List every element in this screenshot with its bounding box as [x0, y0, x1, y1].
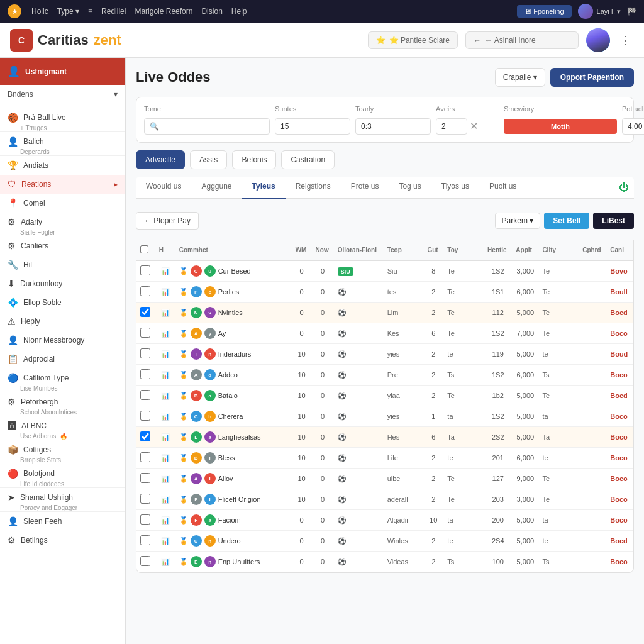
action-link[interactable]: Boco [610, 475, 628, 482]
tab-tiyos[interactable]: Tiyos us [431, 177, 479, 199]
set-bell-button[interactable]: Set Bell [544, 213, 589, 229]
funding-button[interactable]: 🖥 Fponeling [517, 5, 571, 18]
action-link[interactable]: Boco [610, 330, 628, 337]
opport-button[interactable]: Opport Papention [550, 68, 634, 87]
cell-hentle: 1S2 [484, 323, 512, 344]
cell-name: Cherera [218, 413, 281, 420]
header-search-button[interactable]: ⭐ ⭐ Pantiee Sciare [368, 31, 458, 49]
team-badge-2: v [204, 307, 216, 318]
tab-tog[interactable]: Tog us [389, 177, 431, 199]
filter-tome-input[interactable]: 🔍 [144, 118, 270, 135]
sidebar-item-nionr[interactable]: 👤 Nionr Messbroogy [0, 331, 125, 350]
advacille-button[interactable]: Advacille [136, 150, 185, 169]
more-options-button[interactable]: ⋮ [618, 31, 634, 50]
select-all-checkbox[interactable] [140, 245, 148, 253]
row-checkbox[interactable] [140, 556, 150, 566]
nav-rediliel[interactable]: Rediliel [101, 7, 126, 16]
row-checkbox[interactable] [140, 494, 150, 504]
row-checkbox[interactable] [140, 348, 150, 358]
player-pay-button[interactable]: ← Ploper Pay [136, 212, 199, 230]
crapalie-dropdown[interactable]: Crapalie ▾ [495, 68, 545, 87]
row-checkbox[interactable] [140, 535, 150, 545]
row-checkbox[interactable] [140, 452, 150, 462]
befonis-button[interactable]: Befonis [232, 150, 276, 169]
nav-marigole[interactable]: Marigole Reeforn [135, 7, 192, 16]
sidebar-item-ellop-soble[interactable]: 💠 Ellop Soble [0, 293, 125, 312]
filter-label-aveirs: Aveirs [436, 105, 499, 113]
row-checkbox[interactable] [140, 431, 150, 441]
action-link[interactable]: Boco [610, 413, 628, 420]
row-checkbox[interactable] [140, 473, 150, 483]
action-link[interactable]: Bocd [610, 309, 628, 316]
tab-agggune[interactable]: Agggune [191, 177, 242, 199]
filter-aveirs-input[interactable] [436, 118, 467, 135]
row-checkbox[interactable] [140, 369, 150, 379]
cell-now: 0 [312, 303, 334, 323]
nav-type[interactable]: Type ▾ [57, 7, 79, 16]
action-link[interactable]: Bocd [610, 537, 628, 545]
sidebar-dropdown[interactable]: Bndens ▾ [0, 85, 125, 104]
nav-dision[interactable]: Dision [201, 7, 222, 16]
parkm-dropdown[interactable]: Parkem ▾ [495, 213, 541, 229]
tab-prote[interactable]: Prote us [341, 177, 389, 199]
nav-help[interactable]: Help [231, 7, 247, 16]
cell-commhct: 🏅 E n Enp Uhuitters [175, 552, 292, 572]
tab-woould[interactable]: Woould us [136, 177, 191, 199]
table-row: 📊 🏅 N v Nvintles 0 0 ⚽ Lim 2 Te 112 5,00… [136, 303, 633, 323]
row-checkbox[interactable] [140, 390, 150, 400]
user-button[interactable]: Layi I. ▾ [578, 4, 621, 19]
power-icon[interactable]: ⏻ [619, 182, 629, 193]
castration-button[interactable]: Castration [281, 150, 335, 169]
filter-potadlies-input[interactable] [622, 118, 644, 135]
action-link[interactable]: Boud [610, 350, 628, 358]
row-checkbox[interactable] [140, 328, 150, 338]
cell-name: Nvintles [218, 309, 281, 316]
tab-puolt[interactable]: Puolt us [479, 177, 526, 199]
cell-sport: ⚽ [334, 282, 384, 303]
filter-match-button[interactable]: Motth [504, 119, 617, 134]
row-checkbox[interactable] [140, 514, 150, 525]
sidebar-item-adprocial[interactable]: 📋 Adprocial [0, 350, 125, 369]
nav-menu[interactable]: ≡ [88, 7, 92, 16]
filter-clear-button[interactable]: ✕ [470, 120, 478, 132]
sidebar-item-durkounlooy[interactable]: ⬇ Durkounlooy [0, 274, 125, 293]
tab-tyle[interactable]: Tyleus [242, 177, 286, 199]
action-link[interactable]: Boco [610, 454, 628, 462]
user-avatar[interactable] [586, 28, 610, 52]
action-link[interactable]: Boco [610, 371, 628, 379]
cell-tcop: yies [384, 406, 424, 427]
action-link[interactable]: Boco [610, 496, 628, 503]
sidebar-item-sleen[interactable]: 👤 Sleen Feeh [0, 512, 125, 531]
action-link[interactable]: Boco [610, 516, 628, 524]
action-link[interactable]: Boco [610, 558, 628, 565]
search-icon-filter: 🔍 [150, 122, 159, 131]
sidebar-item-comel[interactable]: 📍 Comel [0, 194, 125, 213]
filter-toarly-input[interactable] [355, 118, 431, 135]
filter-suntes-input[interactable] [275, 118, 350, 135]
action-link[interactable]: Bocd [610, 392, 628, 399]
assts-button[interactable]: Assts [190, 150, 227, 169]
tab-relgstions[interactable]: Relgstions [286, 177, 341, 199]
sidebar-item-hil[interactable]: 🔧 Hil [0, 255, 125, 274]
libest-button[interactable]: LiBest [593, 213, 634, 229]
sidebar-item-heply[interactable]: ⚠ Heply [0, 312, 125, 331]
sidebar-item-reations[interactable]: 🛡 Reations ▸ [0, 175, 125, 194]
team-badge-1: B [191, 390, 202, 401]
sidebar-item-betlings[interactable]: ⚙ Betlings [0, 531, 125, 550]
row-checkbox[interactable] [140, 265, 150, 275]
filter-label-suntes: Suntes [275, 105, 350, 113]
action-link[interactable]: Bovo [610, 267, 628, 275]
action-link[interactable]: Boull [610, 288, 628, 296]
cell-tcop: Kes [384, 323, 424, 344]
search-icon: ⭐ [376, 36, 386, 45]
user-avatar-small [578, 4, 593, 19]
cell-name: Enp Uhuitters [218, 558, 281, 565]
sidebar-item-canliers[interactable]: ⚙ Canliers [0, 236, 125, 255]
row-checkbox[interactable] [140, 307, 150, 317]
row-checkbox[interactable] [140, 286, 150, 296]
sidebar-item-andiats[interactable]: 🏆 Andiats [0, 156, 125, 175]
action-link[interactable]: Boco [610, 433, 628, 441]
header-input[interactable]: ← ← Aslnall Inore [465, 31, 579, 49]
nav-holic[interactable]: Holic [31, 7, 48, 16]
row-checkbox[interactable] [140, 411, 150, 421]
